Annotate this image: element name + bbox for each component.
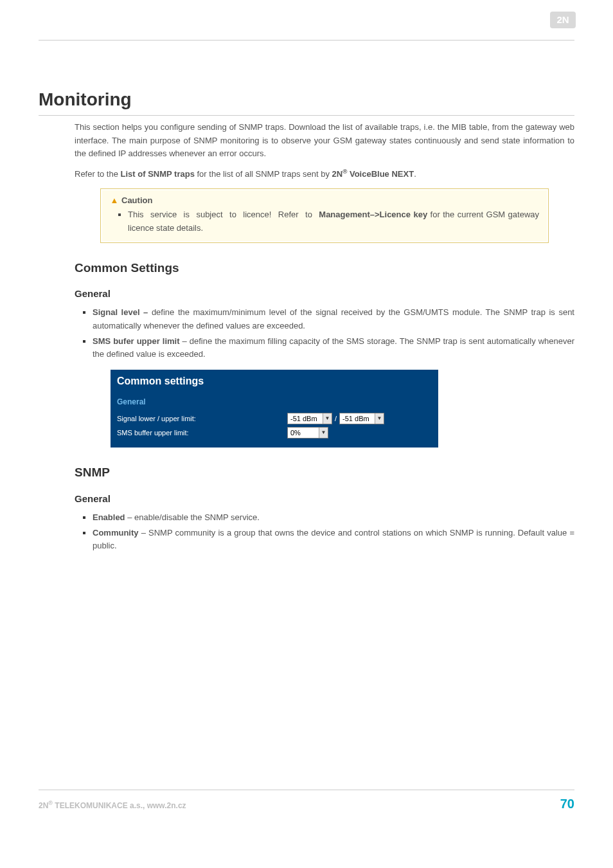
page: 2N Monitoring This section helps you con…: [0, 0, 613, 829]
list-item: SMS bufer upper limit – define the maxim…: [93, 335, 574, 361]
chevron-down-icon: ▼: [319, 428, 328, 438]
caution-list: This service is subject to licence! Refe…: [110, 208, 539, 234]
shot-title: Common settings: [117, 374, 432, 390]
common-settings-screenshot: Common settings General Signal lower / u…: [111, 370, 438, 448]
list-item: Enabled – enable/disable the SNMP servic…: [93, 511, 574, 524]
page-number: 70: [560, 794, 574, 814]
footer-left: 2N® TELEKOMUNIKACE a.s., www.2n.cz: [39, 799, 186, 812]
header-rule: [39, 40, 574, 41]
chevron-down-icon: ▼: [375, 413, 384, 424]
shot-section: General: [117, 396, 432, 408]
refer-paragraph: Refer to the List of SNMP traps for the …: [75, 167, 574, 181]
page-footer: 2N® TELEKOMUNIKACE a.s., www.2n.cz 70: [39, 790, 574, 814]
content-area: This section helps you configure sending…: [75, 121, 574, 552]
refer-bold: List of SNMP traps: [121, 169, 195, 179]
page-title: Monitoring: [39, 86, 574, 116]
section-common-general: General: [75, 286, 574, 301]
section-snmp-heading: SNMP: [75, 463, 574, 482]
logo-2n-icon: 2N: [550, 12, 576, 28]
shot-row-sms: SMS buffer upper limit: 0% ▼: [117, 427, 432, 439]
list-item: Community – SNMP community is a group th…: [93, 527, 574, 552]
refer-mid: for the list of all SNMP traps sent by: [195, 169, 332, 179]
signal-upper-select[interactable]: -51 dBm ▼: [339, 413, 384, 424]
slash-separator: /: [332, 413, 339, 424]
signal-lower-select[interactable]: -51 dBm ▼: [287, 413, 332, 424]
list-item: Signal level – define the maximum/minimu…: [93, 306, 574, 332]
section-snmp-general: General: [75, 491, 574, 506]
caution-item: This service is subject to licence! Refe…: [128, 208, 539, 234]
shot-row-signal: Signal lower / upper limit: -51 dBm ▼ / …: [117, 413, 432, 424]
intro-paragraph: This section helps you configure sending…: [75, 121, 574, 159]
caution-heading: ▲Caution: [110, 194, 539, 207]
shot-label-sms: SMS buffer upper limit:: [117, 428, 287, 439]
brand-logo: 2N: [550, 12, 576, 28]
refer-prefix: Refer to the: [75, 169, 121, 179]
caution-box: ▲Caution This service is subject to lice…: [100, 188, 549, 242]
warning-icon: ▲: [110, 194, 119, 207]
refer-product: 2N® VoiceBlue NEXT: [332, 169, 414, 179]
section-common-heading: Common Settings: [75, 258, 574, 277]
refer-suffix: .: [414, 169, 416, 179]
chevron-down-icon: ▼: [323, 413, 332, 424]
svg-text:2N: 2N: [556, 14, 569, 25]
caution-inner: ▲Caution This service is subject to lice…: [101, 189, 548, 242]
shot-label-signal: Signal lower / upper limit:: [117, 413, 287, 424]
common-list: Signal level – define the maximum/minimu…: [75, 306, 574, 361]
snmp-list: Enabled – enable/disable the SNMP servic…: [75, 511, 574, 552]
sms-buffer-select[interactable]: 0% ▼: [287, 427, 328, 439]
